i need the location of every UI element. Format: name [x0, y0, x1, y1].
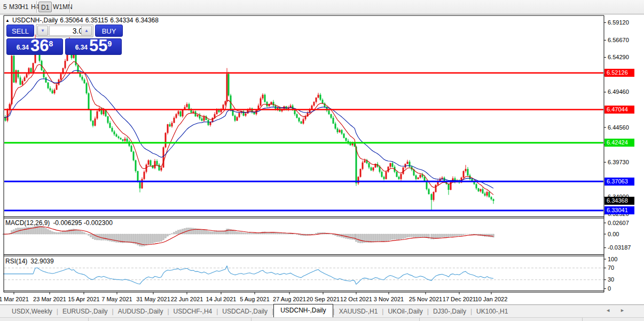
y-axis-tick-label: 6.59120 [608, 19, 629, 26]
volume-increase-icon[interactable]: ▲ [81, 26, 92, 36]
trading-app-window: 5M30H1H4D1W1MN ▲USDCNH-,Daily6.350646.35… [0, 0, 644, 321]
ask-big-digits: 55 [89, 38, 107, 53]
window-marker-icon: ▲ [5, 18, 10, 23]
tab-ukoil-daily[interactable]: UKOil-,Daily [383, 306, 427, 317]
tab-dj30-daily[interactable]: DJ30-,Daily [429, 306, 470, 317]
candles-layer [3, 34, 494, 210]
rsi-axis-tick-label: 0 [608, 285, 611, 292]
x-axis-date-label: 1 Mar 2021 [0, 296, 29, 302]
tab-xauusd-h1[interactable]: XAUUSD-,H1 [335, 306, 382, 317]
macd-axis-tick-label: -0.03187 [608, 244, 631, 251]
rsi-value: 32.9039 [30, 258, 53, 265]
high-value: 6.35115 [85, 17, 108, 24]
x-axis-date-label: 12 Oct 2021 [340, 296, 372, 302]
macd-values: -0.006295 -0.002300 [53, 219, 112, 227]
x-axis-date-label: 31 May 2021 [136, 296, 170, 302]
current-price-tag: 6.34368 [604, 197, 634, 205]
statusbar-separator [88, 318, 89, 321]
rsi-axis-tick-label: 100 [608, 256, 617, 263]
x-axis-date-label: 25 Nov 2021 [409, 296, 442, 302]
price-level-tag: 6.37063 [604, 178, 634, 186]
symbol-period-label: USDCNH-,Daily [12, 17, 58, 24]
low-value: 6.34334 [110, 17, 133, 24]
macd-axis-tick-label: 0.00 [608, 231, 619, 238]
tab-usdx-weekly[interactable]: USDX,Weekly [7, 306, 57, 317]
ask-price-button[interactable]: 6.34 55 9 [65, 38, 122, 55]
x-axis-date-label: 5 Aug 2021 [240, 296, 270, 302]
rsi-axis-tick-label: 30 [608, 276, 614, 283]
symbol-tab-bar: USDX,Weekly|EURUSD-,Daily|AUDUSD-,Daily|… [0, 304, 644, 317]
tab-audusd-daily[interactable]: AUDUSD-,Daily [114, 306, 168, 317]
y-axis-tick-label: 6.49460 [608, 89, 629, 95]
x-axis-date-label: 27 Aug 2021 [273, 296, 306, 302]
price-level-tag: 6.33041 [604, 206, 634, 214]
x-axis-date-label: 23 Mar 2021 [33, 296, 66, 302]
x-axis-date-label: 10 Jan 2022 [475, 296, 508, 302]
ask-prefix: 6.34 [75, 44, 88, 51]
ask-pip-digit: 9 [108, 39, 112, 48]
bid-price-button[interactable]: 6.34 36 8 [6, 38, 63, 55]
bid-prefix: 6.34 [17, 44, 29, 51]
x-axis-date-label: 20 Sep 2021 [307, 296, 340, 302]
macd-label: MACD(12,26,9)-0.006295 -0.002300 [5, 219, 113, 227]
open-value: 6.35064 [60, 17, 83, 24]
rsi-label: RSI(14)32.9039 [5, 258, 54, 265]
one-click-trade-panel: SELL ▼ ▲ BUY 6.34 36 8 6.34 55 9 [6, 24, 123, 55]
tab-eurusd-daily[interactable]: EURUSD-,Daily [58, 306, 112, 317]
y-axis-tick-label: 6.44560 [608, 124, 629, 131]
tab-usdcnh-daily[interactable]: USDCNH-,Daily [273, 304, 333, 317]
volume-stepper: ▼ ▲ [36, 24, 93, 37]
chart-title: ▲USDCNH-,Daily6.350646.351156.343346.343… [5, 17, 161, 24]
sell-button[interactable]: SELL [6, 25, 34, 37]
x-axis-date-label: 14 Jul 2021 [206, 296, 237, 302]
statusbar-separator [251, 318, 252, 321]
statusbar-separator [419, 318, 420, 321]
y-axis-tick-label: 6.56670 [608, 37, 629, 44]
tab-uk100-h1[interactable]: UK100-,H1 [472, 306, 512, 317]
bid-pip-digit: 8 [49, 39, 53, 48]
tab-scroll-arrows: ◄► [606, 308, 634, 313]
status-bar [0, 317, 644, 321]
tab-scroll-right-icon[interactable]: ► [620, 308, 634, 313]
price-level-tag: 6.47044 [604, 106, 634, 114]
price-level-tag: 6.42424 [604, 139, 634, 147]
y-axis-tick-label: 6.39730 [608, 159, 629, 166]
x-axis-date-label: 3 Nov 2021 [374, 296, 404, 302]
macd-axis-tick-label: 0.02607 [608, 220, 629, 227]
statusbar-separator [582, 318, 583, 321]
x-axis-date-label: 15 Apr 2021 [68, 296, 99, 302]
x-axis-date-label: 17 Dec 2021 [443, 296, 476, 302]
x-axis-date-label: 22 Jun 2021 [171, 296, 203, 302]
close-value: 6.34368 [136, 17, 159, 24]
tab-usdchf-h4[interactable]: USDCHF-,H4 [169, 306, 217, 317]
y-axis-tick-label: 6.54290 [608, 54, 629, 61]
tab-usdcad-daily[interactable]: USDCAD-,Daily [218, 306, 272, 317]
buy-button[interactable]: BUY [95, 25, 123, 37]
x-axis-date-label: 7 May 2021 [101, 296, 132, 302]
rsi-axis-tick-label: 70 [608, 264, 614, 271]
price-level-tag: 6.52126 [604, 69, 634, 77]
bid-big-digits: 36 [30, 38, 49, 53]
tab-scroll-left-icon[interactable]: ◄ [606, 308, 620, 313]
volume-decrease-icon[interactable]: ▼ [37, 26, 48, 36]
